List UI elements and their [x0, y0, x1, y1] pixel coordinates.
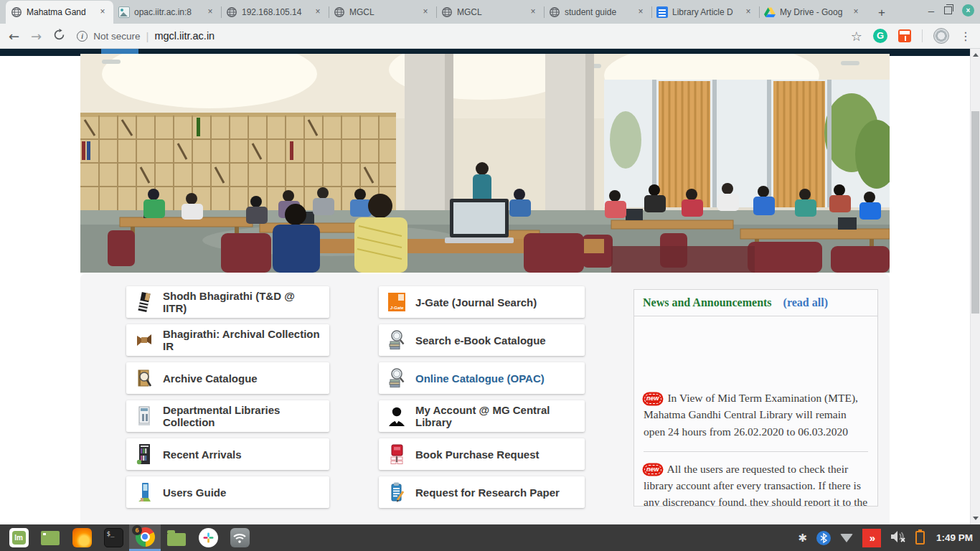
tab-library-article[interactable]: Library Article D ×	[651, 1, 759, 24]
url-text[interactable]: mgcl.iitr.ac.in	[154, 30, 215, 42]
firefox-launcher[interactable]	[66, 524, 98, 551]
tab-title: Mahatma Gand	[27, 7, 93, 17]
battery-icon[interactable]	[915, 531, 925, 545]
google-drive-favicon	[764, 6, 776, 18]
link-research-paper[interactable]: Request for Research Paper	[379, 476, 585, 508]
omnibox-divider: |	[146, 30, 149, 42]
tab-my-drive[interactable]: My Drive - Goog ×	[759, 1, 867, 24]
tab-close-icon[interactable]: ×	[850, 6, 862, 18]
tab-title: Library Article D	[672, 7, 738, 17]
tab-title: student guide	[565, 7, 631, 17]
restore-button[interactable]	[944, 6, 952, 14]
back-button[interactable]: ←	[9, 29, 19, 44]
show-desktop-button[interactable]	[34, 524, 66, 551]
mint-menu-button[interactable]: lm	[3, 524, 34, 551]
tab-close-icon[interactable]: ×	[420, 6, 431, 18]
news-item-text: All the users are requested to check the…	[644, 463, 867, 507]
chrome-menu-icon[interactable]: ⋮	[960, 29, 971, 43]
tab-close-icon[interactable]: ×	[312, 6, 324, 18]
reload-button[interactable]	[53, 29, 65, 44]
tab-ip-address[interactable]: 192.168.105.14 ×	[221, 1, 329, 24]
network-signal-icon[interactable]	[840, 534, 853, 542]
clipboard-pencil-icon	[387, 481, 406, 504]
tab-close-icon[interactable]: ×	[204, 6, 216, 18]
link-recent-arrivals[interactable]: Recent Arrivals	[126, 438, 329, 470]
globe-favicon	[11, 6, 22, 18]
tab-title: opac.iitr.ac.in:8	[134, 7, 200, 17]
profile-avatar[interactable]	[933, 28, 949, 44]
taskbar-clock[interactable]: 1:49 PM	[936, 532, 973, 543]
news-item: new In View of Mid Term Examination (MTE…	[644, 381, 868, 452]
anydesk-tray-icon[interactable]: »	[862, 529, 881, 547]
slack-tray-icon[interactable]: ✱	[798, 532, 807, 545]
slack-icon	[199, 528, 218, 547]
tab-close-icon[interactable]: ×	[743, 6, 754, 18]
page-scrollbar[interactable]	[970, 49, 980, 524]
new-tab-button[interactable]: +	[871, 4, 892, 22]
tab-student-guide[interactable]: student guide ×	[544, 1, 651, 24]
browser-toolbar: ← → i Not secure | mgcl.iitr.ac.in ☆ G ⋮	[0, 24, 980, 49]
address-bar[interactable]: i Not secure | mgcl.iitr.ac.in	[77, 30, 839, 42]
read-all-link[interactable]: (read all)	[783, 296, 828, 309]
search-books-icon	[387, 367, 406, 390]
chrome-taskbar-button[interactable]: 6	[129, 524, 161, 551]
new-badge: new	[644, 464, 662, 476]
terminal-icon: $_	[104, 528, 123, 547]
scroll-up-arrow[interactable]	[973, 53, 979, 57]
link-bhagirathi-archival[interactable]: Bhagirathi: Archival Collection IR	[126, 324, 329, 356]
forward-button[interactable]: →	[31, 29, 42, 44]
tab-title: MGCL	[349, 7, 415, 17]
link-users-guide[interactable]: Users Guide	[126, 476, 329, 508]
jgate-icon: J-Gate	[387, 291, 406, 314]
link-ebook-catalogue[interactable]: Search e-Book Catalogue	[379, 324, 585, 356]
extension-icon[interactable]	[898, 29, 911, 42]
news-item: new All the users are requested to check…	[644, 452, 868, 507]
tab-mgcl-2[interactable]: MGCL ×	[436, 1, 544, 24]
tab-close-icon[interactable]: ×	[635, 6, 646, 18]
link-book-purchase[interactable]: Book Purchase Request	[379, 438, 585, 470]
files-launcher[interactable]	[161, 524, 192, 551]
mint-logo-icon: lm	[9, 528, 29, 547]
library-banner-photo	[80, 54, 890, 273]
minimize-button[interactable]: –	[928, 7, 934, 14]
page-viewport: Shodh Bhagirathi (T&D @ IITR) Bhagirathi…	[0, 49, 980, 524]
info-icon[interactable]: i	[77, 31, 88, 42]
slack-launcher[interactable]	[192, 524, 224, 551]
news-title: News and Announcements	[643, 296, 772, 309]
network-app-launcher[interactable]	[224, 524, 255, 551]
link-label: Search e-Book Catalogue	[415, 334, 546, 347]
link-archive-catalogue[interactable]: Archive Catalogue	[126, 362, 329, 394]
link-opac[interactable]: Online Catalogue (OPAC)	[379, 362, 585, 394]
link-jgate[interactable]: J-Gate J-Gate (Journal Search)	[379, 286, 585, 318]
folder-icon	[167, 533, 186, 546]
link-label: Departmental Libraries Collection	[163, 404, 321, 428]
link-label: Archive Catalogue	[163, 372, 258, 385]
volume-muted-icon[interactable]	[890, 530, 906, 546]
bookshelf-icon	[135, 443, 154, 466]
bookmark-star-icon[interactable]: ☆	[851, 29, 862, 44]
scroll-down-arrow[interactable]	[973, 517, 979, 520]
tab-close-icon[interactable]: ×	[527, 6, 539, 18]
link-shodh-bhagirathi[interactable]: Shodh Bhagirathi (T&D @ IITR)	[126, 286, 329, 318]
close-window-button[interactable]: ×	[962, 4, 974, 17]
link-label: My Account @ MG Central Library	[415, 404, 576, 428]
tab-opac[interactable]: opac.iitr.ac.in:8 ×	[113, 1, 221, 24]
link-my-account[interactable]: My Account @ MG Central Library	[379, 400, 585, 432]
scrollbar-thumb[interactable]	[971, 111, 979, 314]
link-label: Recent Arrivals	[163, 448, 242, 461]
new-badge: new	[644, 393, 662, 405]
grammarly-extension-icon[interactable]: G	[873, 29, 887, 43]
link-label: Bhagirathi: Archival Collection IR	[163, 328, 321, 352]
tab-close-icon[interactable]: ×	[97, 6, 108, 18]
chrome-window-count-badge: 6	[132, 525, 142, 535]
terminal-launcher[interactable]: $_	[98, 524, 129, 551]
tab-title: My Drive - Goog	[780, 7, 846, 17]
link-departmental-libraries[interactable]: Departmental Libraries Collection	[126, 400, 329, 432]
system-tray: ✱ » 1:49 PM	[798, 524, 980, 551]
link-label: Users Guide	[163, 486, 226, 499]
globe-favicon	[441, 6, 453, 18]
tab-mahatma-gandhi-library[interactable]: Mahatma Gand ×	[6, 1, 113, 24]
bluetooth-icon[interactable]	[816, 531, 831, 545]
tab-mgcl-1[interactable]: MGCL ×	[329, 1, 436, 24]
browser-tab-strip: Mahatma Gand × opac.iitr.ac.in:8 × 192.1…	[0, 0, 980, 24]
